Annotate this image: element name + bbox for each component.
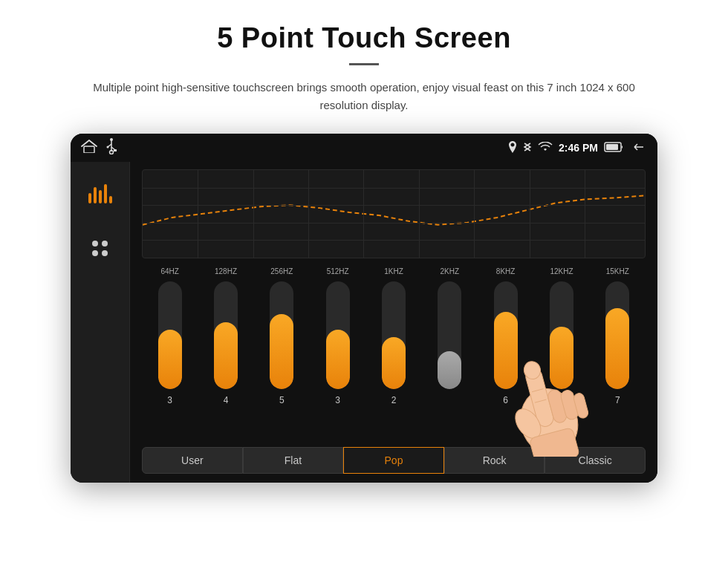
slider-col-128hz: 128HZ4: [198, 267, 253, 405]
apps-icon: [92, 241, 108, 256]
slider-col-8khz: 8KHZ6: [478, 267, 533, 405]
slider-track-64hz[interactable]: [158, 281, 182, 389]
svg-point-2: [110, 138, 113, 141]
sidebar: [71, 162, 130, 483]
preset-btn-user[interactable]: User: [142, 447, 243, 474]
wifi-icon: [538, 142, 553, 154]
slider-value-128hz: 4: [224, 395, 229, 405]
svg-rect-9: [606, 144, 618, 150]
preset-btn-rock[interactable]: Rock: [444, 447, 545, 474]
freq-label-2khz: 2KHZ: [441, 267, 460, 275]
freq-label-15khz: 15KHZ: [606, 267, 629, 275]
freq-label-12khz: 12KHZ: [550, 267, 573, 275]
preset-btn-classic[interactable]: Classic: [545, 447, 646, 474]
usb-icon: [106, 138, 117, 157]
slider-col-2khz: 2KHZ: [422, 267, 478, 395]
equalizer-icon: [88, 183, 112, 203]
slider-track-512hz[interactable]: [326, 281, 350, 389]
device-screen: 2:46 PM: [71, 134, 657, 483]
slider-track-12khz[interactable]: [550, 281, 573, 389]
status-bar: 2:46 PM: [71, 134, 657, 162]
slider-fill-512hz: [326, 330, 350, 389]
slider-fill-8khz: [494, 312, 518, 389]
title-divider: [349, 63, 379, 65]
slider-fill-256hz: [270, 314, 293, 390]
slider-col-1khz: 1KHZ2: [365, 267, 421, 405]
back-icon: [631, 141, 647, 155]
slider-value-8khz: 6: [503, 395, 508, 405]
preset-btn-pop[interactable]: Pop: [343, 447, 444, 474]
eq-area: 64HZ3128HZ4256HZ5512HZ31KHZ22KHZ8KHZ612K…: [130, 162, 657, 483]
bluetooth-icon: [523, 140, 532, 156]
slider-value-512hz: 3: [335, 395, 340, 405]
slider-value-1khz: 2: [391, 395, 397, 405]
subtitle-text: Multiple point high-sensitive touchscree…: [74, 79, 654, 114]
status-time: 2:46 PM: [559, 142, 598, 154]
svg-point-4: [107, 146, 109, 149]
slider-value-64hz: 3: [167, 395, 172, 405]
slider-col-12khz: 12KHZ: [533, 267, 589, 395]
eq-curve-svg: [143, 170, 645, 258]
svg-rect-0: [84, 146, 94, 153]
svg-point-7: [110, 151, 114, 154]
slider-col-512hz: 512HZ3: [310, 267, 365, 405]
slider-value-15khz: 7: [615, 395, 620, 405]
status-left: [81, 138, 117, 157]
freq-label-64hz: 64HZ: [160, 267, 178, 275]
battery-icon: [604, 142, 625, 154]
slider-fill-12khz: [550, 327, 573, 389]
slider-track-1khz[interactable]: [382, 281, 406, 389]
apps-sidebar-button[interactable]: [84, 232, 117, 264]
status-right: 2:46 PM: [508, 140, 647, 156]
slider-fill-15khz: [605, 308, 629, 389]
slider-track-2khz[interactable]: [438, 281, 461, 389]
home-icon: [81, 140, 97, 156]
eq-graph: [142, 169, 646, 258]
main-content: 64HZ3128HZ4256HZ5512HZ31KHZ22KHZ8KHZ612K…: [71, 162, 657, 483]
slider-fill-2khz: [438, 351, 461, 389]
slider-col-256hz: 256HZ5: [254, 267, 310, 405]
page-title: 5 Point Touch Screen: [217, 22, 511, 54]
svg-rect-6: [114, 149, 117, 151]
slider-fill-128hz: [214, 322, 238, 389]
freq-label-1khz: 1KHZ: [384, 267, 403, 275]
preset-buttons: UserFlatPopRockClassic: [142, 447, 646, 474]
location-icon: [508, 141, 517, 155]
freq-label-8khz: 8KHZ: [496, 267, 516, 275]
device-container: 2:46 PM: [71, 134, 657, 483]
slider-col-15khz: 15KHZ7: [590, 267, 646, 405]
sliders-section: 64HZ3128HZ4256HZ5512HZ31KHZ22KHZ8KHZ612K…: [142, 267, 646, 440]
freq-label-256hz: 256HZ: [270, 267, 293, 275]
slider-value-256hz: 5: [279, 395, 285, 405]
preset-btn-flat[interactable]: Flat: [243, 447, 344, 474]
slider-track-8khz[interactable]: [494, 281, 518, 389]
eq-sidebar-button[interactable]: [84, 177, 117, 209]
freq-label-512hz: 512HZ: [327, 267, 349, 275]
slider-fill-1khz: [382, 337, 406, 389]
freq-label-128hz: 128HZ: [215, 267, 237, 275]
slider-fill-64hz: [158, 330, 182, 389]
slider-track-128hz[interactable]: [214, 281, 238, 389]
slider-track-256hz[interactable]: [270, 281, 293, 389]
slider-track-15khz[interactable]: [605, 281, 629, 389]
slider-col-64hz: 64HZ3: [142, 267, 198, 405]
